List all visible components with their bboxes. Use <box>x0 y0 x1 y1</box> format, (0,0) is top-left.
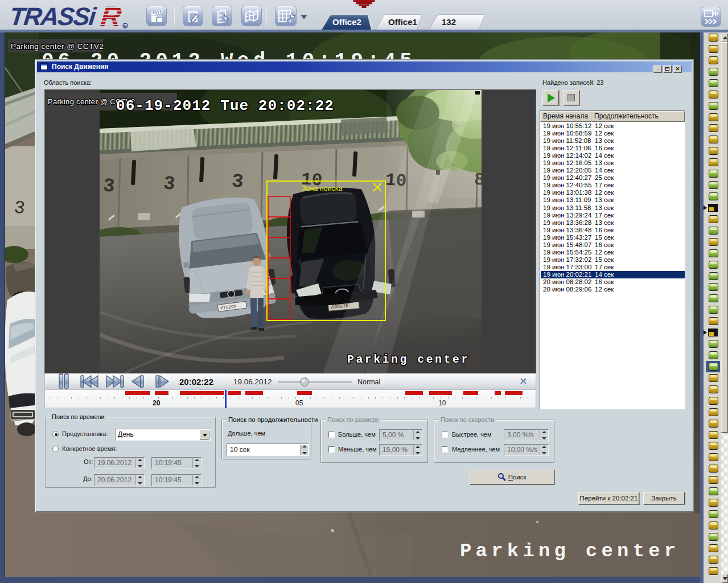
svg-text:Office2: Office2 <box>332 17 361 27</box>
svg-text:Office1: Office1 <box>388 17 417 27</box>
svg-text:Parking center @ CCTV2: Parking center @ CCTV2 <box>11 42 104 51</box>
svg-text:Зона поиска: Зона поиска <box>302 184 343 192</box>
svg-text:3: 3 <box>162 173 176 195</box>
svg-text:132: 132 <box>442 17 456 27</box>
svg-text:Parking center: Parking center <box>347 353 470 366</box>
svg-text:Normal: Normal <box>357 378 380 386</box>
svg-text:20:02:22: 20:02:22 <box>179 377 213 387</box>
svg-text:R: R <box>124 24 127 28</box>
svg-text:TRASSi: TRASSi <box>9 2 98 30</box>
svg-text:Parking center: Parking center <box>460 540 680 562</box>
svg-text:3: 3 <box>231 170 244 193</box>
svg-text:3: 3 <box>102 175 116 198</box>
svg-text:06-19-2012 Tue 20:02:22: 06-19-2012 Tue 20:02:22 <box>116 97 334 114</box>
svg-text:R: R <box>99 1 123 30</box>
svg-text:19.06.2012: 19.06.2012 <box>233 377 272 386</box>
